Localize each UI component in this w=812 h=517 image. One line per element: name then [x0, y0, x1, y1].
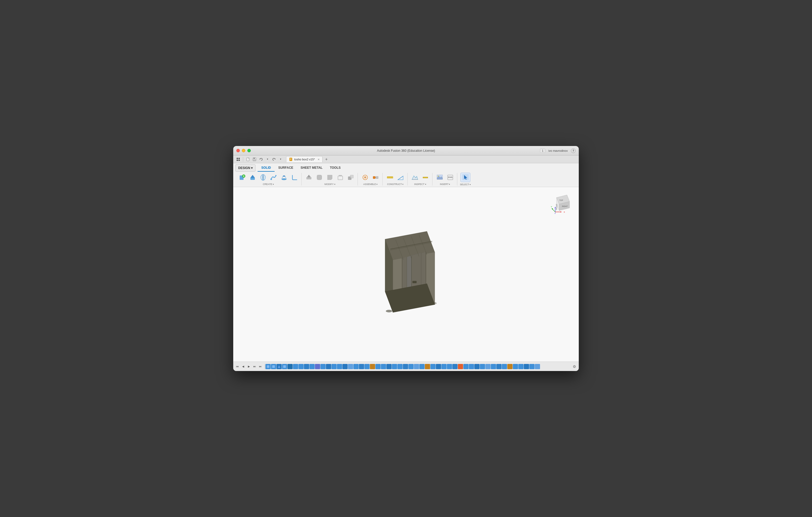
new-comp-assemble-btn[interactable] — [360, 173, 370, 182]
file-tab[interactable]: F tosho box2 v15* ✕ — [286, 156, 322, 162]
timeline-item[interactable] — [507, 364, 513, 369]
redo-dropdown-icon[interactable]: ▼ — [278, 156, 284, 162]
timeline-item[interactable] — [265, 364, 271, 369]
view-cube[interactable]: TOP FRONT RIGHT Z X Y — [550, 192, 571, 213]
timeline-item[interactable] — [282, 364, 287, 369]
shell-btn[interactable] — [336, 173, 345, 182]
timeline-item[interactable] — [425, 364, 430, 369]
timeline-item[interactable] — [397, 364, 403, 369]
insert-label[interactable]: INSERT ▾ — [440, 183, 450, 185]
timeline-item[interactable] — [485, 364, 491, 369]
undo-dropdown-icon[interactable]: ▼ — [265, 156, 270, 162]
timeline-item[interactable] — [452, 364, 458, 369]
tab-solid[interactable]: SOLID — [258, 164, 274, 172]
design-dropdown[interactable]: DESIGN ▾ — [235, 164, 256, 172]
tab-surface[interactable]: SURFACE — [274, 164, 297, 172]
undo-icon[interactable] — [258, 156, 264, 162]
close-button[interactable] — [236, 149, 240, 152]
timeline-item[interactable] — [529, 364, 534, 369]
press-pull-btn[interactable] — [304, 173, 314, 182]
timeline-item[interactable] — [502, 364, 507, 369]
timeline-item[interactable] — [293, 364, 298, 369]
timeline-item[interactable] — [370, 364, 375, 369]
timeline-item[interactable] — [365, 364, 370, 369]
insert-main-btn[interactable] — [435, 173, 444, 182]
tab-sheet-metal[interactable]: SHEET METAL — [297, 164, 326, 172]
sweep-btn[interactable] — [269, 173, 278, 182]
fillet-create-btn[interactable] — [290, 173, 299, 182]
timeline-item[interactable] — [535, 364, 540, 369]
measure-btn[interactable] — [420, 173, 430, 182]
timeline-play[interactable]: ▶ — [246, 364, 252, 369]
new-component-btn[interactable] — [237, 173, 247, 182]
new-tab-btn[interactable]: + — [323, 156, 329, 162]
timeline-item[interactable] — [326, 364, 331, 369]
timeline-item[interactable] — [353, 364, 358, 369]
select-label[interactable]: SELECT ▾ — [460, 183, 471, 186]
timeline-item[interactable] — [403, 364, 408, 369]
save-icon[interactable] — [252, 156, 257, 162]
tab-tools[interactable]: TOOLS — [326, 164, 344, 172]
timeline-item[interactable] — [310, 364, 315, 369]
timeline-item[interactable] — [337, 364, 342, 369]
help-icon[interactable]: ? — [571, 148, 576, 153]
create-label[interactable]: CREATE ▾ — [263, 183, 274, 185]
maximize-button[interactable] — [248, 149, 251, 152]
combine-btn[interactable] — [346, 173, 355, 182]
timeline-item[interactable] — [491, 364, 496, 369]
timeline-item[interactable] — [348, 364, 353, 369]
construct-main-btn[interactable] — [385, 173, 395, 182]
grid-icon[interactable] — [235, 156, 241, 162]
modify-label[interactable]: MODIFY ▾ — [325, 183, 335, 185]
plane-angle-btn[interactable] — [396, 173, 405, 182]
timeline-to-end[interactable]: ⏭ — [258, 364, 263, 369]
joint-btn[interactable] — [371, 173, 380, 182]
timeline-item[interactable] — [381, 364, 386, 369]
timeline-item[interactable] — [414, 364, 419, 369]
timeline-prev[interactable]: ◀ — [240, 364, 246, 369]
timeline-item[interactable] — [419, 364, 425, 369]
construct-label[interactable]: CONSTRUCT ▾ — [387, 183, 404, 185]
timeline-item[interactable] — [463, 364, 469, 369]
tab-close-btn[interactable]: ✕ — [318, 158, 320, 161]
timeline-item[interactable] — [447, 364, 452, 369]
timeline-item[interactable] — [271, 364, 276, 369]
timeline-item[interactable] — [480, 364, 485, 369]
timeline-item[interactable] — [513, 364, 518, 369]
timeline-item[interactable] — [518, 364, 524, 369]
timeline-item[interactable] — [287, 364, 293, 369]
timeline-item[interactable] — [304, 364, 309, 369]
minimize-button[interactable] — [242, 149, 245, 152]
select-main-btn[interactable] — [460, 173, 470, 182]
timeline-item[interactable] — [298, 364, 303, 369]
timeline-item[interactable] — [430, 364, 436, 369]
timeline-item[interactable] — [277, 364, 282, 369]
redo-icon[interactable] — [271, 156, 277, 162]
timeline-item[interactable] — [524, 364, 529, 369]
assemble-label[interactable]: ASSEMBLE ▾ — [363, 183, 378, 185]
inspect-main-btn[interactable] — [410, 173, 419, 182]
timeline-settings-btn[interactable]: ⚙ — [572, 364, 577, 369]
revolve-btn[interactable] — [258, 173, 268, 182]
viewport[interactable]: TOP FRONT RIGHT Z X Y — [233, 187, 579, 362]
timeline-next[interactable]: ⏭ — [252, 364, 257, 369]
timeline-item[interactable] — [458, 364, 463, 369]
timeline-item[interactable] — [496, 364, 501, 369]
timeline-item[interactable] — [436, 364, 441, 369]
timeline-item[interactable] — [441, 364, 446, 369]
chamfer-btn[interactable] — [325, 173, 335, 182]
timeline-item[interactable] — [331, 364, 337, 369]
timeline-item[interactable] — [386, 364, 392, 369]
timeline-item[interactable] — [320, 364, 326, 369]
timeline-item[interactable] — [392, 364, 397, 369]
timeline-item[interactable] — [474, 364, 480, 369]
timeline-to-start[interactable]: ⏮ — [235, 364, 240, 369]
extrude-btn[interactable] — [248, 173, 257, 182]
loft-btn[interactable] — [279, 173, 289, 182]
new-file-icon[interactable] — [245, 156, 251, 162]
timeline-item[interactable] — [375, 364, 381, 369]
timeline-item[interactable] — [408, 364, 414, 369]
insert-svg-btn[interactable]: SVG — [445, 173, 455, 182]
timeline-item[interactable] — [359, 364, 364, 369]
inspect-label[interactable]: INSPECT ▾ — [414, 183, 426, 185]
